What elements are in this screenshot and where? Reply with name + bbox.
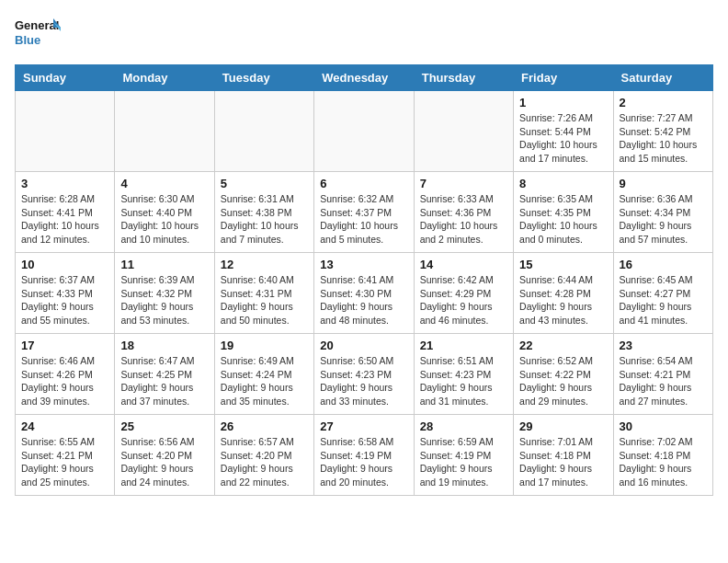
day-number: 17 [21,339,108,352]
calendar-cell: 6Sunrise: 6:32 AM Sunset: 4:37 PM Daylig… [314,172,414,253]
weekday-header-friday: Friday [514,65,613,91]
weekday-header-monday: Monday [115,65,214,91]
day-info: Sunrise: 6:42 AM Sunset: 4:29 PM Dayligh… [420,273,507,327]
day-info: Sunrise: 6:33 AM Sunset: 4:36 PM Dayligh… [420,192,507,247]
calendar-cell: 21Sunrise: 6:51 AM Sunset: 4:23 PM Dayli… [414,334,513,415]
logo-svg: General Blue [15,15,61,55]
calendar-cell: 10Sunrise: 6:37 AM Sunset: 4:33 PM Dayli… [16,253,115,334]
calendar-cell: 2Sunrise: 7:27 AM Sunset: 5:42 PM Daylig… [613,91,712,172]
day-number: 16 [620,258,707,271]
calendar-cell: 5Sunrise: 6:31 AM Sunset: 4:38 PM Daylig… [214,172,313,253]
day-info: Sunrise: 6:41 AM Sunset: 4:30 PM Dayligh… [320,273,407,327]
week-row-1: 1Sunrise: 7:26 AM Sunset: 5:44 PM Daylig… [16,91,713,172]
day-info: Sunrise: 6:44 AM Sunset: 4:28 PM Dayligh… [519,273,607,327]
weekday-header-wednesday: Wednesday [314,65,414,91]
day-number: 4 [120,177,208,190]
day-number: 20 [320,339,407,352]
calendar-cell: 29Sunrise: 7:01 AM Sunset: 4:18 PM Dayli… [514,415,613,496]
calendar-cell: 25Sunrise: 6:56 AM Sunset: 4:20 PM Dayli… [115,415,214,496]
day-number: 26 [221,419,308,433]
day-number: 28 [420,419,507,433]
day-info: Sunrise: 6:58 AM Sunset: 4:19 PM Dayligh… [320,435,407,489]
day-number: 3 [21,177,108,190]
calendar-cell: 7Sunrise: 6:33 AM Sunset: 4:36 PM Daylig… [414,172,513,253]
day-info: Sunrise: 7:01 AM Sunset: 4:18 PM Dayligh… [519,435,607,489]
day-number: 13 [320,258,407,271]
day-number: 14 [420,258,507,271]
day-info: Sunrise: 7:27 AM Sunset: 5:42 PM Dayligh… [620,111,707,166]
calendar-cell [214,91,313,172]
day-info: Sunrise: 6:47 AM Sunset: 4:25 PM Dayligh… [120,354,208,408]
day-number: 1 [519,96,607,109]
day-info: Sunrise: 6:50 AM Sunset: 4:23 PM Dayligh… [320,354,407,408]
day-number: 15 [519,258,607,271]
week-row-2: 3Sunrise: 6:28 AM Sunset: 4:41 PM Daylig… [16,172,713,253]
day-info: Sunrise: 6:52 AM Sunset: 4:22 PM Dayligh… [519,354,607,408]
calendar-cell: 11Sunrise: 6:39 AM Sunset: 4:32 PM Dayli… [115,253,214,334]
day-number: 9 [620,177,707,190]
calendar-cell: 22Sunrise: 6:52 AM Sunset: 4:22 PM Dayli… [514,334,613,415]
day-info: Sunrise: 6:54 AM Sunset: 4:21 PM Dayligh… [620,354,707,408]
weekday-header-tuesday: Tuesday [214,65,313,91]
day-info: Sunrise: 6:28 AM Sunset: 4:41 PM Dayligh… [21,192,108,247]
day-info: Sunrise: 6:46 AM Sunset: 4:26 PM Dayligh… [21,354,108,408]
calendar-cell: 26Sunrise: 6:57 AM Sunset: 4:20 PM Dayli… [214,415,313,496]
day-number: 6 [320,177,407,190]
day-number: 21 [420,339,507,352]
calendar-cell: 30Sunrise: 7:02 AM Sunset: 4:18 PM Dayli… [613,415,712,496]
weekday-header-saturday: Saturday [613,65,712,91]
calendar-cell [314,91,414,172]
day-number: 8 [519,177,607,190]
calendar: SundayMondayTuesdayWednesdayThursdayFrid… [15,64,713,496]
calendar-cell [16,91,115,172]
calendar-cell: 19Sunrise: 6:49 AM Sunset: 4:24 PM Dayli… [214,334,313,415]
calendar-cell: 15Sunrise: 6:44 AM Sunset: 4:28 PM Dayli… [514,253,613,334]
weekday-header-sunday: Sunday [16,65,115,91]
day-info: Sunrise: 7:02 AM Sunset: 4:18 PM Dayligh… [620,435,707,489]
day-number: 22 [519,339,607,352]
day-info: Sunrise: 6:37 AM Sunset: 4:33 PM Dayligh… [21,273,108,327]
calendar-cell: 18Sunrise: 6:47 AM Sunset: 4:25 PM Dayli… [115,334,214,415]
svg-text:General: General [15,18,59,32]
calendar-cell: 3Sunrise: 6:28 AM Sunset: 4:41 PM Daylig… [16,172,115,253]
day-number: 27 [320,419,407,433]
calendar-cell: 16Sunrise: 6:45 AM Sunset: 4:27 PM Dayli… [613,253,712,334]
day-info: Sunrise: 6:57 AM Sunset: 4:20 PM Dayligh… [221,435,308,489]
day-number: 18 [120,339,208,352]
day-number: 12 [221,258,308,271]
day-info: Sunrise: 6:56 AM Sunset: 4:20 PM Dayligh… [120,435,208,489]
calendar-cell: 9Sunrise: 6:36 AM Sunset: 4:34 PM Daylig… [613,172,712,253]
day-number: 25 [120,419,208,433]
day-number: 30 [620,419,707,433]
day-number: 2 [620,96,707,109]
day-number: 7 [420,177,507,190]
svg-text:Blue: Blue [15,33,40,47]
calendar-cell: 24Sunrise: 6:55 AM Sunset: 4:21 PM Dayli… [16,415,115,496]
calendar-cell: 28Sunrise: 6:59 AM Sunset: 4:19 PM Dayli… [414,415,513,496]
day-info: Sunrise: 6:49 AM Sunset: 4:24 PM Dayligh… [221,354,308,408]
calendar-cell: 14Sunrise: 6:42 AM Sunset: 4:29 PM Dayli… [414,253,513,334]
day-info: Sunrise: 6:51 AM Sunset: 4:23 PM Dayligh… [420,354,507,408]
day-info: Sunrise: 7:26 AM Sunset: 5:44 PM Dayligh… [519,111,607,166]
calendar-cell: 12Sunrise: 6:40 AM Sunset: 4:31 PM Dayli… [214,253,313,334]
day-info: Sunrise: 6:39 AM Sunset: 4:32 PM Dayligh… [120,273,208,327]
calendar-cell: 20Sunrise: 6:50 AM Sunset: 4:23 PM Dayli… [314,334,414,415]
weekday-header-row: SundayMondayTuesdayWednesdayThursdayFrid… [16,65,713,91]
week-row-4: 17Sunrise: 6:46 AM Sunset: 4:26 PM Dayli… [16,334,713,415]
logo: General Blue [15,15,61,55]
day-info: Sunrise: 6:40 AM Sunset: 4:31 PM Dayligh… [221,273,308,327]
calendar-cell: 1Sunrise: 7:26 AM Sunset: 5:44 PM Daylig… [514,91,613,172]
day-number: 5 [221,177,308,190]
day-info: Sunrise: 6:59 AM Sunset: 4:19 PM Dayligh… [420,435,507,489]
calendar-cell: 8Sunrise: 6:35 AM Sunset: 4:35 PM Daylig… [514,172,613,253]
week-row-5: 24Sunrise: 6:55 AM Sunset: 4:21 PM Dayli… [16,415,713,496]
day-number: 29 [519,419,607,433]
calendar-cell: 13Sunrise: 6:41 AM Sunset: 4:30 PM Dayli… [314,253,414,334]
calendar-cell: 4Sunrise: 6:30 AM Sunset: 4:40 PM Daylig… [115,172,214,253]
weekday-header-thursday: Thursday [414,65,513,91]
calendar-cell: 27Sunrise: 6:58 AM Sunset: 4:19 PM Dayli… [314,415,414,496]
calendar-cell: 17Sunrise: 6:46 AM Sunset: 4:26 PM Dayli… [16,334,115,415]
calendar-cell: 23Sunrise: 6:54 AM Sunset: 4:21 PM Dayli… [613,334,712,415]
calendar-cell [115,91,214,172]
day-info: Sunrise: 6:30 AM Sunset: 4:40 PM Dayligh… [120,192,208,247]
